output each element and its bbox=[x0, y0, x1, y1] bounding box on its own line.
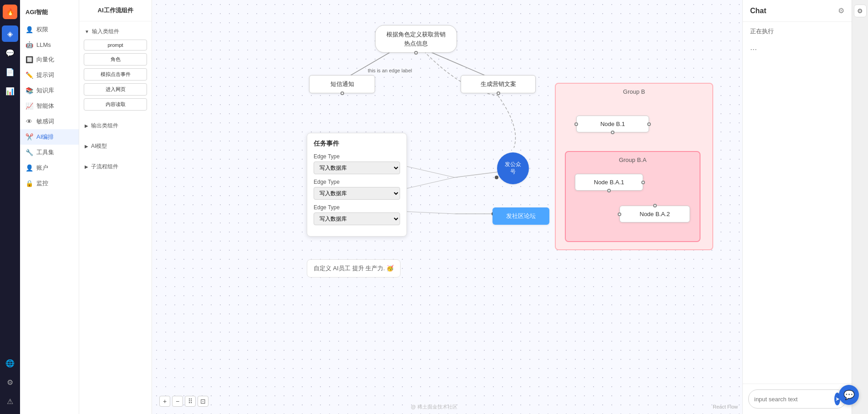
subprocess-section-header[interactable]: ▶ 子流程组件 bbox=[79, 160, 152, 173]
component-btn-role[interactable]: 角色 bbox=[84, 53, 147, 66]
node-b1-left-handle[interactable] bbox=[574, 122, 578, 126]
node-ba2-top-handle[interactable] bbox=[653, 204, 657, 207]
sidebar-icon-github[interactable]: ⚙ bbox=[2, 374, 18, 390]
chat-panel: Chat ⚙ 正在执行 ... ➤ bbox=[742, 0, 852, 414]
group-ba[interactable]: Group B.A Node B.A.1 Node B.A.2 bbox=[565, 151, 700, 242]
chat-input-wrapper: ➤ bbox=[748, 389, 846, 409]
llms-icon: 🤖 bbox=[25, 41, 33, 48]
svg-point-7 bbox=[495, 176, 498, 179]
chat-dots: ... bbox=[743, 41, 852, 54]
canvas-bottom-note: 自定义 AI员工 提升 生产力. 🥳 bbox=[307, 259, 401, 278]
sidebar-icon-doc[interactable]: 📄 bbox=[2, 64, 18, 80]
subprocess-section: ▶ 子流程组件 bbox=[79, 157, 152, 177]
input-section-header[interactable]: ▼ 输入类组件 bbox=[79, 25, 152, 38]
app-logo[interactable]: 🔥 bbox=[3, 5, 17, 19]
zoom-in-button[interactable]: + bbox=[159, 396, 170, 407]
flow-node-ba2-label: Node B.A.2 bbox=[640, 211, 670, 217]
flow-node-2[interactable]: 短信通知 bbox=[309, 75, 375, 93]
chat-status: 正在执行 bbox=[743, 22, 852, 41]
node-b1-right-handle[interactable] bbox=[647, 122, 651, 126]
node-ba1-right-handle[interactable] bbox=[641, 181, 645, 184]
group-b[interactable]: Group B Node B.1 Group B.A Node B.A.1 No… bbox=[555, 83, 713, 250]
node-3-bottom-handle[interactable] bbox=[497, 91, 500, 95]
sidebar-item-ai-arrange[interactable]: ✂️ AI编排 bbox=[20, 129, 79, 145]
flow-node-ba2[interactable]: Node B.A.2 bbox=[619, 206, 690, 222]
flow-node-2-label: 短信通知 bbox=[330, 81, 354, 87]
flow-node-b1[interactable]: Node B.1 bbox=[576, 116, 649, 132]
output-components-section: ▶ 输出类组件 bbox=[79, 116, 152, 136]
group-b-label: Group B bbox=[556, 88, 712, 95]
output-chevron-icon: ▶ bbox=[85, 123, 88, 128]
sidebar-item-permission[interactable]: 👤 权限 bbox=[20, 22, 79, 37]
sidebar-item-vectorize[interactable]: 🔲 向量化 bbox=[20, 52, 79, 67]
sidebar-item-monitor[interactable]: 🔒 监控 bbox=[20, 176, 79, 191]
flow-node-5[interactable]: 发社区论坛 bbox=[492, 207, 549, 225]
flow-canvas[interactable]: this is an edge label 根据角色定义获取营销热点信息 短信通… bbox=[152, 0, 742, 414]
edge-label: this is an edge label bbox=[366, 67, 414, 74]
zoom-lock-button[interactable]: ⊡ bbox=[198, 396, 208, 407]
app-title: AGI智能 bbox=[20, 5, 79, 22]
monitor-icon: 🔒 bbox=[25, 180, 33, 187]
canvas-watermark: React Flow bbox=[713, 404, 738, 409]
flow-node-4[interactable]: 发公众号 bbox=[497, 152, 529, 184]
sidebar-item-knowledge[interactable]: 📚 知识库 bbox=[20, 83, 79, 98]
edge-type-select-3[interactable]: 写入数据库 读取数据库 更新数据库 删除数据库 bbox=[314, 212, 400, 225]
flow-node-4-label: 发公众号 bbox=[505, 161, 521, 175]
flow-node-3-label: 生成营销文案 bbox=[481, 81, 516, 87]
sensitive-icon: 👁 bbox=[25, 118, 33, 125]
flow-node-1[interactable]: 根据角色定义获取营销热点信息 bbox=[375, 25, 457, 53]
sidebar-icon-chart[interactable]: 📊 bbox=[2, 83, 18, 99]
node-ba2-left-handle[interactable] bbox=[618, 212, 621, 216]
svg-line-3 bbox=[405, 177, 455, 189]
component-btn-prompt[interactable]: prompt bbox=[84, 40, 147, 50]
sidebar-icon-globe[interactable]: 🌐 bbox=[2, 355, 18, 371]
sidebar-icon-warning[interactable]: ⚠ bbox=[2, 393, 18, 409]
sidebar-item-prompt[interactable]: ✏️ 提示词 bbox=[20, 67, 79, 83]
edge-type-select-1[interactable]: 写入数据库 读取数据库 更新数据库 删除数据库 bbox=[314, 162, 400, 174]
component-panel: AI工作流组件 ▼ 输入类组件 prompt 角色 模拟点击事件 进入网页 内容… bbox=[79, 0, 152, 414]
sidebar-icon-chat[interactable]: 💬 bbox=[2, 45, 18, 61]
edge-type-label-2: Edge Type bbox=[314, 179, 400, 185]
svg-line-2 bbox=[405, 166, 455, 177]
input-components-section: ▼ 输入类组件 prompt 角色 模拟点击事件 进入网页 内容读取 bbox=[79, 21, 152, 116]
panel-title: AI工作流组件 bbox=[79, 0, 152, 21]
ai-arrange-icon: ✂️ bbox=[25, 133, 33, 141]
zoom-out-button[interactable]: − bbox=[172, 396, 183, 407]
node-ba1-bottom-handle[interactable] bbox=[607, 189, 611, 192]
flow-node-1-label: 根据角色定义获取营销热点信息 bbox=[386, 31, 446, 47]
edge-type-select-2[interactable]: 写入数据库 读取数据库 更新数据库 删除数据库 bbox=[314, 187, 400, 200]
ai-model-section-header[interactable]: ▶ AI模型 bbox=[79, 140, 152, 153]
edge-popup: 任务事件 Edge Type 写入数据库 读取数据库 更新数据库 删除数据库 E… bbox=[307, 133, 407, 237]
sidebar-item-tools[interactable]: 🔧 工具集 bbox=[20, 145, 79, 160]
fab-button[interactable]: 💬 bbox=[839, 385, 859, 405]
chat-search-input[interactable] bbox=[754, 396, 831, 403]
fab-icon: 💬 bbox=[843, 389, 855, 400]
sidebar-item-sensitive[interactable]: 👁 敏感词 bbox=[20, 114, 79, 129]
sidebar-icon-workflow[interactable]: ◈ bbox=[2, 25, 18, 42]
output-section-header[interactable]: ▶ 输出类组件 bbox=[79, 119, 152, 132]
zoom-fit-button[interactable]: ⠿ bbox=[185, 396, 196, 407]
flow-node-b1-label: Node B.1 bbox=[600, 121, 625, 127]
edge-type-label-1: Edge Type bbox=[314, 153, 400, 160]
sidebar-item-llms[interactable]: 🤖 LLMs bbox=[20, 37, 79, 52]
right-settings-icon[interactable]: ⚙ bbox=[854, 5, 867, 17]
chat-settings-icon[interactable]: ⚙ bbox=[838, 6, 844, 15]
copyright: @ 稀土掘金技术社区 bbox=[411, 404, 457, 410]
chat-header: Chat ⚙ bbox=[743, 0, 852, 22]
component-btn-content-read[interactable]: 内容读取 bbox=[84, 98, 147, 111]
flow-node-3[interactable]: 生成营销文案 bbox=[461, 75, 536, 93]
input-chevron-icon: ▼ bbox=[85, 29, 89, 34]
sidebar-item-agent[interactable]: 📈 智能体 bbox=[20, 98, 79, 114]
sidebar-item-account[interactable]: 👤 账户 bbox=[20, 160, 79, 176]
ai-model-section: ▶ AI模型 bbox=[79, 136, 152, 157]
node-2-bottom-handle[interactable] bbox=[340, 91, 344, 95]
component-btn-simulate-click[interactable]: 模拟点击事件 bbox=[84, 68, 147, 81]
component-btn-enter-webpage[interactable]: 进入网页 bbox=[84, 83, 147, 96]
tools-icon: 🔧 bbox=[25, 149, 33, 156]
node-1-bottom-handle[interactable] bbox=[414, 51, 418, 55]
flow-node-ba1[interactable]: Node B.A.1 bbox=[575, 174, 643, 191]
zoom-controls: + − ⠿ ⊡ bbox=[159, 396, 208, 407]
edge-popup-title: 任务事件 bbox=[314, 140, 400, 148]
node-b1-bottom-handle[interactable] bbox=[611, 131, 614, 134]
agent-icon: 📈 bbox=[25, 102, 33, 110]
